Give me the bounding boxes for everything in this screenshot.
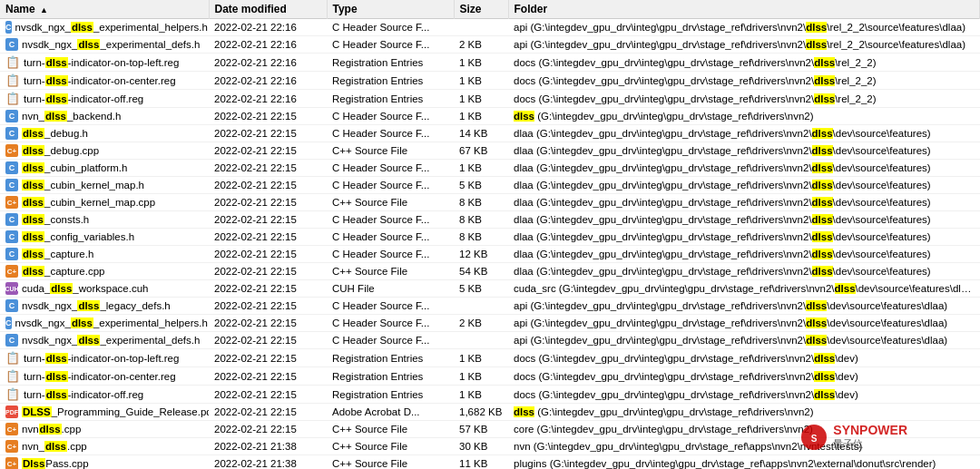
table-row[interactable]: 📋turn-dlss-indicator-on-center.reg2022-0…: [0, 72, 980, 90]
table-row[interactable]: Cdlss_config_variables.h2022-02-21 22:15…: [0, 229, 980, 246]
file-type-cell: C Header Source F...: [327, 19, 454, 36]
file-date-cell: 2022-02-21 22:15: [209, 386, 327, 404]
file-folder-cell: docs (G:\integdev_gpu_drv\integ\gpu_drv\…: [508, 54, 980, 72]
table-row[interactable]: Cdlss_consts.h2022-02-21 22:15C Header S…: [0, 211, 980, 229]
c-icon: C: [5, 334, 18, 347]
file-size-cell: 1 KB: [454, 160, 508, 177]
file-type-cell: C Header Source F...: [327, 229, 454, 246]
file-size-cell: 5 KB: [454, 177, 508, 194]
file-date-cell: 2022-02-21 22:15: [209, 211, 327, 229]
file-date-cell: 2022-02-21 22:15: [209, 246, 327, 263]
cuh-icon: CUH: [5, 282, 18, 295]
file-name: nvsdk_ngx_dlss_legacy_defs.h: [22, 300, 171, 311]
table-row[interactable]: Cnvsdk_ngx_dlss_experimental_defs.h2022-…: [0, 36, 980, 54]
table-row[interactable]: Cdlss_cubin_platform.h2022-02-21 22:15C …: [0, 160, 980, 177]
cpp-icon: C+: [5, 423, 18, 435]
col-date-header[interactable]: Date modified: [209, 0, 327, 19]
c-icon: C: [5, 161, 18, 174]
table-row[interactable]: C+DlssPass.cpp2022-02-21 21:38C++ Source…: [0, 455, 980, 470]
col-name-header[interactable]: Name ▲: [0, 0, 209, 19]
file-size-cell: 8 KB: [454, 229, 508, 246]
watermark-logo-icon: S: [800, 424, 828, 451]
file-name-cell: Cdlss_consts.h: [0, 211, 209, 229]
cpp-icon: C+: [5, 440, 18, 453]
file-size-cell: 1,682 KB: [454, 404, 508, 421]
file-name: nvn_dlss_backend.h: [22, 111, 121, 122]
table-row[interactable]: Cnvn_dlss_backend.h2022-02-21 22:15C Hea…: [0, 108, 980, 125]
file-name-cell: C+dlss_cubin_kernel_map.cpp: [0, 194, 209, 211]
table-row[interactable]: 📋turn-dlss-indicator-on-top-left.reg2022…: [0, 349, 980, 367]
table-row[interactable]: 📋turn-dlss-indicator-off.reg2022-02-21 2…: [0, 386, 980, 404]
file-type-cell: Registration Entries: [327, 386, 454, 404]
table-row[interactable]: C+dlss_capture.cpp2022-02-21 22:15C++ So…: [0, 263, 980, 280]
file-name: turn-dlss-indicator-on-top-left.reg: [24, 57, 179, 68]
table-row[interactable]: 📋turn-dlss-indicator-off.reg2022-02-21 2…: [0, 90, 980, 108]
file-size-cell: 8 KB: [454, 194, 508, 211]
col-type-header[interactable]: Type: [327, 0, 454, 19]
table-row[interactable]: C+dlss_cubin_kernel_map.cpp2022-02-21 22…: [0, 194, 980, 211]
file-folder-cell: cuda_src (G:\integdev_gpu_drv\integ\gpu_…: [508, 280, 980, 298]
file-type-cell: Registration Entries: [327, 349, 454, 367]
file-name: dlss_cubin_platform.h: [22, 162, 127, 173]
file-date-cell: 2022-02-21 22:15: [209, 229, 327, 246]
file-type-cell: C Header Source F...: [327, 160, 454, 177]
file-name-cell: Cnvsdk_ngx_dlss_experimental_defs.h: [0, 36, 209, 54]
file-name: DLSS_Programming_Guide_Release.pdf: [22, 406, 209, 417]
table-row[interactable]: Cdlss_debug.h2022-02-21 22:15C Header So…: [0, 125, 980, 142]
file-type-cell: C Header Source F...: [327, 211, 454, 229]
file-type-cell: C Header Source F...: [327, 177, 454, 194]
table-row[interactable]: 📋turn-dlss-indicator-on-center.reg2022-0…: [0, 367, 980, 386]
file-name: turn-dlss-indicator-off.reg: [24, 93, 143, 104]
file-size-cell: 2 KB: [454, 36, 508, 54]
file-name: dlss_capture.cpp: [22, 266, 105, 277]
file-date-cell: 2022-02-21 22:15: [209, 404, 327, 421]
file-name-cell: Cnvsdk_ngx_dlss_legacy_defs.h: [0, 298, 209, 315]
file-name-cell: Cdlss_debug.h: [0, 125, 209, 142]
table-row[interactable]: PDFDLSS_Programming_Guide_Release.pdf202…: [0, 404, 980, 421]
table-row[interactable]: Cnvsdk_ngx_dlss_experimental_helpers.h20…: [0, 315, 980, 332]
file-explorer: Name ▲ Date modified Type Size Folder Cn…: [0, 0, 980, 469]
file-name: nvsdk_ngx_dlss_experimental_defs.h: [22, 335, 200, 346]
file-date-cell: 2022-02-21 22:16: [209, 72, 327, 90]
table-row[interactable]: Cnvsdk_ngx_dlss_experimental_defs.h2022-…: [0, 332, 980, 349]
file-folder-cell: nvn (G:\integdev_gpu_drv\integ\gpu_drv\s…: [508, 438, 980, 455]
file-size-cell: 1 KB: [454, 54, 508, 72]
file-size-cell: 1 KB: [454, 90, 508, 108]
file-name: dlss_config_variables.h: [22, 231, 134, 242]
c-icon: C: [5, 248, 18, 260]
file-type-cell: C++ Source File: [327, 263, 454, 280]
cpp-icon: C+: [5, 265, 18, 278]
table-row[interactable]: C+dlss_debug.cpp2022-02-21 22:15C++ Sour…: [0, 142, 980, 160]
file-size-cell: 11 KB: [454, 455, 508, 470]
file-type-cell: C Header Source F...: [327, 108, 454, 125]
c-icon: C: [5, 21, 12, 34]
table-row[interactable]: Cdlss_capture.h2022-02-21 22:15C Header …: [0, 246, 980, 263]
table-row[interactable]: 📋turn-dlss-indicator-on-top-left.reg2022…: [0, 54, 980, 72]
file-type-cell: C Header Source F...: [327, 246, 454, 263]
file-name: turn-dlss-indicator-on-center.reg: [24, 371, 176, 382]
file-table: Name ▲ Date modified Type Size Folder Cn…: [0, 0, 980, 469]
c-icon: C: [5, 110, 18, 122]
file-type-cell: C Header Source F...: [327, 315, 454, 332]
file-date-cell: 2022-02-21 22:15: [209, 280, 327, 298]
pdf-icon: PDF: [5, 405, 18, 418]
file-size-cell: 8 KB: [454, 211, 508, 229]
table-row[interactable]: Cnvsdk_ngx_dlss_legacy_defs.h2022-02-21 …: [0, 298, 980, 315]
file-name: turn-dlss-indicator-on-top-left.reg: [24, 353, 179, 364]
file-date-cell: 2022-02-21 22:16: [209, 90, 327, 108]
table-row[interactable]: Cnvsdk_ngx_dlss_experimental_helpers.h20…: [0, 19, 980, 36]
file-date-cell: 2022-02-21 22:16: [209, 54, 327, 72]
file-name-cell: C+nvn_dlss.cpp: [0, 438, 209, 455]
table-row[interactable]: CUHcuda_dlss_workspace.cuh2022-02-21 22:…: [0, 280, 980, 298]
file-name-cell: Cnvsdk_ngx_dlss_experimental_defs.h: [0, 332, 209, 349]
file-name: turn-dlss-indicator-off.reg: [24, 389, 143, 400]
reg-icon: 📋: [5, 55, 20, 69]
file-name: cuda_dlss_workspace.cuh: [22, 283, 148, 294]
file-date-cell: 2022-02-21 22:15: [209, 349, 327, 367]
col-folder-header[interactable]: Folder: [508, 0, 980, 19]
col-size-header[interactable]: Size: [454, 0, 508, 19]
file-date-cell: 2022-02-21 22:16: [209, 36, 327, 54]
file-date-cell: 2022-02-21 22:15: [209, 367, 327, 386]
table-row[interactable]: Cdlss_cubin_kernel_map.h2022-02-21 22:15…: [0, 177, 980, 194]
c-icon: C: [5, 179, 18, 191]
